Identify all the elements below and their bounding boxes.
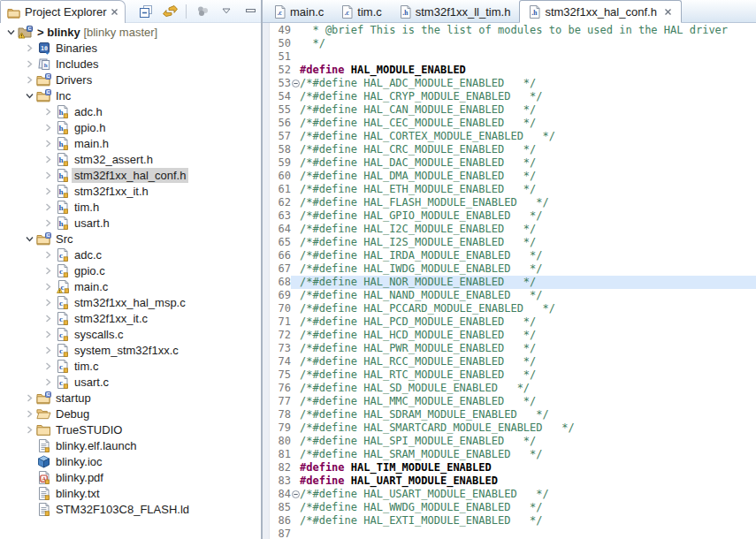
editor-tab[interactable]: .hstm32f1xx_ll_tim.h	[391, 1, 520, 22]
collapsed-chevron-icon[interactable]	[42, 108, 55, 116]
line-body[interactable]	[291, 528, 756, 539]
code-line[interactable]: 61/*#define HAL_ETH_MODULE_ENABLED */	[270, 183, 756, 196]
code-editor[interactable]: 49 * @brief This is the list of modules …	[263, 23, 756, 539]
code-line[interactable]: 78/*#define HAL_SDRAM_MODULE_ENABLED */	[270, 408, 756, 421]
line-body[interactable]: /*#define HAL_FLASH_MODULE_ENABLED */	[291, 196, 756, 209]
tree-item[interactable]: hstm32f1xx_hal_conf.h	[0, 167, 261, 183]
project-explorer-tab[interactable]: Project Explorer	[0, 0, 126, 23]
line-body[interactable]: /*#define HAL_IRDA_MODULE_ENABLED */	[291, 249, 756, 262]
collapsed-chevron-icon[interactable]	[42, 124, 55, 132]
tree-item[interactable]: cadc.c	[0, 247, 261, 262]
tree-item[interactable]: CInc	[0, 87, 261, 103]
code-line[interactable]: 77/*#define HAL_MMC_MODULE_ENABLED */	[270, 395, 756, 408]
current-line-highlight[interactable]: /*#define HAL_NOR_MODULE_ENABLED */	[291, 276, 756, 289]
collapsed-chevron-icon[interactable]	[23, 60, 36, 68]
collapsed-chevron-icon[interactable]	[42, 362, 55, 370]
tree-item[interactable]: husart.h	[0, 215, 261, 231]
tree-item[interactable]: ctim.c	[0, 358, 261, 374]
code-line[interactable]: 63/*#define HAL_GPIO_MODULE_ENABLED */	[270, 209, 756, 223]
code-line[interactable]: 82#define HAL_TIM_MODULE_ENABLED	[270, 461, 756, 474]
collapsed-chevron-icon[interactable]	[42, 187, 55, 195]
code-line[interactable]: 68/*#define HAL_NOR_MODULE_ENABLED */	[270, 276, 756, 289]
line-body[interactable]: /*#define HAL_CRYP_MODULE_ENABLED */	[291, 90, 756, 103]
line-body[interactable]: /*#define HAL_ADC_MODULE_ENABLED */	[291, 77, 756, 90]
line-body[interactable]: */	[291, 37, 756, 50]
tree-item[interactable]: Ablinky.pdf	[0, 469, 261, 485]
code-line[interactable]: 65/*#define HAL_I2S_MODULE_ENABLED */	[270, 236, 756, 249]
line-body[interactable]: /*#define HAL_CEC_MODULE_ENABLED */	[291, 117, 756, 130]
tree-item[interactable]: CDrivers	[0, 72, 261, 87]
code-line[interactable]: 54/*#define HAL_CRYP_MODULE_ENABLED */	[270, 90, 756, 103]
line-body[interactable]	[291, 50, 756, 64]
fold-minus-icon[interactable]	[291, 77, 300, 90]
line-body[interactable]: /*#define HAL_USART_MODULE_ENABLED */	[291, 488, 756, 501]
annotation-ruler[interactable]	[263, 23, 270, 539]
code-line[interactable]: 58/*#define HAL_CRC_MODULE_ENABLED */	[270, 143, 756, 156]
minimize-icon[interactable]	[242, 4, 258, 19]
code-line[interactable]: 49 * @brief This is the list of modules …	[270, 24, 756, 37]
expanded-chevron-icon[interactable]	[23, 235, 36, 243]
line-body[interactable]: /*#define HAL_IWDG_MODULE_ENABLED */	[291, 262, 756, 276]
tree-item[interactable]: cgpio.c	[0, 262, 261, 278]
line-body[interactable]: /*#define HAL_RTC_MODULE_ENABLED */	[291, 368, 756, 382]
code-line[interactable]: 86/*#define HAL_EXTI_MODULE_ENABLED */	[270, 514, 756, 528]
editor-tab[interactable]: .cmain.c	[265, 1, 332, 22]
tree-item[interactable]: 10Binaries	[0, 40, 261, 56]
code-line[interactable]: 71/*#define HAL_PCD_MODULE_ENABLED */	[270, 315, 756, 329]
tree-item[interactable]: cstm32f1xx_hal_msp.c	[0, 294, 261, 310]
code-line[interactable]: 84/*#define HAL_USART_MODULE_ENABLED */	[270, 488, 756, 501]
line-body[interactable]: /*#define HAL_DMA_MODULE_ENABLED */	[291, 170, 756, 183]
editor-tab[interactable]: .hstm32f1xx_hal_conf.h	[519, 0, 681, 23]
code-line[interactable]: 74/*#define HAL_RCC_MODULE_ENABLED */	[270, 355, 756, 368]
code-line[interactable]: 60/*#define HAL_DMA_MODULE_ENABLED */	[270, 170, 756, 183]
code-line[interactable]: 56/*#define HAL_CEC_MODULE_ENABLED */	[270, 117, 756, 130]
code-line[interactable]: 73/*#define HAL_PWR_MODULE_ENABLED */	[270, 342, 756, 355]
tree-item[interactable]: hadc.h	[0, 103, 261, 119]
collapsed-chevron-icon[interactable]	[42, 346, 55, 354]
dropdown-chevron-icon[interactable]	[218, 4, 234, 19]
collapsed-chevron-icon[interactable]	[23, 426, 36, 434]
line-body[interactable]: /*#define HAL_SRAM_MODULE_ENABLED */	[291, 448, 756, 461]
tree-item[interactable]: CSrc	[0, 231, 261, 247]
line-body[interactable]: /*#define HAL_ETH_MODULE_ENABLED */	[291, 183, 756, 196]
code-line[interactable]: 53/*#define HAL_ADC_MODULE_ENABLED */	[270, 77, 756, 90]
collapsed-chevron-icon[interactable]	[42, 171, 55, 179]
code-line[interactable]: 76/*#define HAL_SD_MODULE_ENABLED */	[270, 382, 756, 395]
collapsed-chevron-icon[interactable]	[42, 378, 55, 386]
collapsed-chevron-icon[interactable]	[42, 330, 55, 338]
line-body[interactable]: /*#define HAL_SDRAM_MODULE_ENABLED */	[291, 408, 756, 421]
link-with-editor-icon[interactable]	[162, 4, 178, 19]
code-line[interactable]: 75/*#define HAL_RTC_MODULE_ENABLED */	[270, 368, 756, 382]
line-body[interactable]: /*#define HAL_EXTI_MODULE_ENABLED */	[291, 514, 756, 528]
line-body[interactable]: /*#define HAL_PCCARD_MODULE_ENABLED */	[291, 302, 756, 315]
line-body[interactable]: /*#define HAL_WWDG_MODULE_ENABLED */	[291, 501, 756, 514]
line-body[interactable]: /*#define HAL_CAN_MODULE_ENABLED */	[291, 103, 756, 117]
collapsed-chevron-icon[interactable]	[23, 76, 36, 84]
collapsed-chevron-icon[interactable]	[23, 44, 36, 52]
code-line[interactable]: 69/*#define HAL_NAND_MODULE_ENABLED */	[270, 289, 756, 302]
view-menu-icon[interactable]	[195, 4, 210, 19]
collapse-all-icon[interactable]	[138, 4, 154, 19]
line-body[interactable]: /*#define HAL_CRC_MODULE_ENABLED */	[291, 143, 756, 156]
line-body[interactable]: /*#define HAL_SPI_MODULE_ENABLED */	[291, 435, 756, 448]
fold-minus-icon[interactable]	[291, 488, 300, 501]
tree-item[interactable]: Cstartup	[0, 390, 261, 406]
line-body[interactable]: /*#define HAL_PWR_MODULE_ENABLED */	[291, 342, 756, 355]
code-line[interactable]: 79/*#define HAL_SMARTCARD_MODULE_ENABLED…	[270, 421, 756, 435]
tree-item[interactable]: htim.h	[0, 199, 261, 215]
line-body[interactable]: /*#define HAL_DAC_MODULE_ENABLED */	[291, 156, 756, 170]
collapsed-chevron-icon[interactable]	[42, 140, 55, 148]
tree-item[interactable]: TrueSTUDIO	[0, 421, 261, 437]
line-body[interactable]: /*#define HAL_GPIO_MODULE_ENABLED */	[291, 209, 756, 223]
code-line[interactable]: 52#define HAL_MODULE_ENABLED	[270, 64, 756, 77]
tree-item[interactable]: hstm32_assert.h	[0, 151, 261, 167]
collapsed-chevron-icon[interactable]	[42, 219, 55, 227]
line-body[interactable]: /*#define HAL_NAND_MODULE_ENABLED */	[291, 289, 756, 302]
code-line[interactable]: 80/*#define HAL_SPI_MODULE_ENABLED */	[270, 435, 756, 448]
code-line[interactable]: 59/*#define HAL_DAC_MODULE_ENABLED */	[270, 156, 756, 170]
collapsed-chevron-icon[interactable]	[42, 267, 55, 275]
code-line[interactable]: 70/*#define HAL_PCCARD_MODULE_ENABLED */	[270, 302, 756, 315]
line-body[interactable]: /*#define HAL_MMC_MODULE_ENABLED */	[291, 395, 756, 408]
collapsed-chevron-icon[interactable]	[42, 251, 55, 259]
line-body[interactable]: * @brief This is the list of modules to …	[291, 24, 756, 37]
